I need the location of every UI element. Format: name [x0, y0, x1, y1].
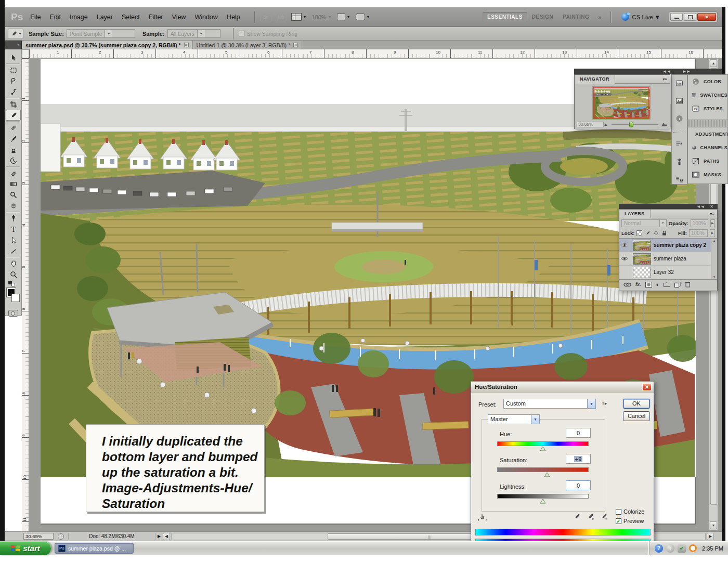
- lightness-slider-marker[interactable]: [540, 499, 546, 504]
- eyedropper-subtract-icon[interactable]: [600, 513, 608, 520]
- layer-thumb-cell[interactable]: [633, 240, 651, 251]
- safely-remove-tray-icon[interactable]: ✔: [678, 544, 686, 553]
- brush-tool[interactable]: [5, 133, 22, 144]
- document-tab-1[interactable]: Untitled-1 @ 30.3% (Layer 3, RGB/8) *×: [193, 41, 302, 49]
- eraser-tool[interactable]: [5, 167, 22, 178]
- new-layer-icon[interactable]: [674, 282, 681, 287]
- updates-tray-icon[interactable]: [689, 544, 697, 552]
- scroll-down-icon[interactable]: ▼: [713, 276, 716, 279]
- layer-name[interactable]: summer plaza: [654, 256, 686, 262]
- zoom-tool[interactable]: [5, 269, 22, 280]
- saturation-field[interactable]: +9: [566, 454, 591, 464]
- hand-tool[interactable]: [5, 258, 22, 269]
- start-button[interactable]: start: [0, 541, 51, 555]
- document-tab-0[interactable]: summer plaza.psd @ 30.7% (summer plaza c…: [22, 41, 193, 49]
- toolbar-collapse-button[interactable]: »: [5, 41, 22, 49]
- crop-tool[interactable]: [5, 99, 22, 110]
- status-zoom-field[interactable]: 30.69%: [23, 533, 54, 540]
- navigator-thumbnail[interactable]: [592, 86, 651, 120]
- tab-layers[interactable]: LAYERS: [619, 210, 651, 218]
- collapse-left-icon[interactable]: ◄◄: [662, 69, 671, 74]
- horizontal-ruler[interactable]: 12345678910111213141516: [29, 49, 722, 58]
- restore-button[interactable]: [684, 13, 696, 21]
- on-image-adjust-icon[interactable]: [477, 513, 487, 522]
- scroll-left-icon[interactable]: ◀: [163, 533, 170, 540]
- hue-field[interactable]: 0: [566, 428, 591, 438]
- layers-scrollbar[interactable]: ▲▼: [711, 239, 717, 279]
- slider-knob[interactable]: [629, 122, 633, 127]
- panel-button-adjustments[interactable]: ADJUSTMENTS: [688, 127, 727, 141]
- channel-dropdown[interactable]: Master ▼: [488, 414, 540, 424]
- opacity-field[interactable]: 100%: [691, 219, 708, 227]
- history-brush-tool[interactable]: [5, 155, 22, 166]
- workspace-painting[interactable]: PAINTING: [558, 12, 594, 22]
- scroll-up-icon[interactable]: ▲: [710, 59, 717, 67]
- workspace-design[interactable]: DESIGN: [527, 12, 558, 22]
- fill-field[interactable]: 100%: [689, 229, 708, 237]
- fill-spinner[interactable]: ▶: [710, 229, 715, 237]
- link-layers-icon[interactable]: [623, 282, 631, 287]
- lightness-field[interactable]: 0: [566, 480, 591, 490]
- menu-view[interactable]: View: [172, 14, 186, 21]
- lock-position-icon[interactable]: [653, 230, 659, 237]
- sample-dropdown[interactable]: All Layers ▼: [167, 29, 220, 38]
- panel-button-color[interactable]: COLOR: [688, 75, 727, 88]
- vertical-ruler[interactable]: 1234567891011: [22, 58, 29, 531]
- panel-button-swatches[interactable]: SWATCHES: [688, 88, 727, 102]
- collapse-right-icon[interactable]: ►►: [682, 69, 691, 74]
- layer-visibility-toggle[interactable]: [619, 252, 630, 265]
- clone-source-icon[interactable]: [675, 175, 684, 186]
- navigator-zoom-slider[interactable]: [612, 121, 658, 127]
- panel-button-styles[interactable]: fxSTYLES: [688, 102, 727, 115]
- preset-options-button[interactable]: ≡▾: [600, 400, 609, 408]
- close-icon[interactable]: ✕: [710, 204, 713, 209]
- preview-checkbox[interactable]: ✓ Preview: [616, 518, 644, 524]
- clone-stamp-tool[interactable]: [5, 144, 22, 155]
- tab-navigator[interactable]: NAVIGATOR: [575, 75, 615, 84]
- menu-window[interactable]: Window: [194, 14, 217, 21]
- mini-bridge-icon[interactable]: Mb: [675, 79, 684, 89]
- cs-live-button[interactable]: CS Live ▼: [621, 13, 660, 21]
- spot-healing-brush-tool[interactable]: [5, 122, 22, 133]
- add-mask-icon[interactable]: [645, 282, 652, 287]
- arrange-documents-button[interactable]: ▼: [291, 13, 307, 21]
- hue-slider-marker[interactable]: [540, 447, 546, 451]
- dialog-close-button[interactable]: ✕: [642, 383, 652, 391]
- opacity-spinner[interactable]: ▶: [710, 219, 715, 227]
- colorize-checkbox[interactable]: Colorize: [616, 508, 644, 515]
- sample-size-dropdown[interactable]: Point Sample ▼: [67, 29, 135, 38]
- background-color-swatch[interactable]: [11, 294, 20, 302]
- tab-close-icon[interactable]: ×: [293, 43, 298, 47]
- layer-row[interactable]: summer plaza: [619, 252, 717, 266]
- swap-colors-icon[interactable]: [5, 280, 22, 286]
- close-button[interactable]: ✕: [697, 13, 716, 21]
- hide-icons-tray-icon[interactable]: ‹: [666, 544, 674, 553]
- menu-layer[interactable]: Layer: [97, 14, 113, 21]
- adjustment-layer-icon[interactable]: ◐: [656, 281, 660, 287]
- navigator-proxy-view[interactable]: [593, 87, 649, 119]
- dialog-titlebar[interactable]: Hue/Saturation ✕: [471, 382, 654, 393]
- help-tray-icon[interactable]: ?: [655, 544, 663, 553]
- dodge-tool[interactable]: [5, 189, 22, 200]
- quick-mask-button[interactable]: [8, 310, 18, 317]
- taskbar-item-photoshop[interactable]: Ps summer plaza.psd @ ...: [55, 543, 134, 554]
- layer-style-icon[interactable]: fx.: [635, 282, 641, 287]
- rectangular-marquee-tool[interactable]: [5, 64, 22, 75]
- histogram-icon[interactable]: [675, 97, 684, 107]
- view-extras-button[interactable]: ▼: [337, 14, 350, 20]
- bridge-button[interactable]: Br: [260, 12, 271, 21]
- eyedropper-add-icon[interactable]: [587, 513, 594, 520]
- mini-bridge-button[interactable]: Mb: [276, 12, 287, 21]
- cancel-button[interactable]: Cancel: [623, 411, 650, 421]
- layer-row[interactable]: summer plaza copy 2: [619, 239, 717, 252]
- scroll-up-icon[interactable]: ▲: [713, 239, 716, 242]
- line-tool[interactable]: [5, 245, 22, 256]
- tool-presets-icon[interactable]: [675, 158, 684, 168]
- menu-image[interactable]: Image: [70, 14, 88, 21]
- eyedropper-tool[interactable]: [6, 110, 21, 121]
- layer-visibility-toggle[interactable]: [619, 266, 630, 279]
- layer-row[interactable]: Layer 32: [619, 266, 717, 279]
- workspace-essentials[interactable]: ESSENTIALS: [483, 12, 527, 22]
- scroll-down-icon[interactable]: ▼: [710, 521, 717, 529]
- horizontal-type-tool[interactable]: T: [5, 224, 22, 234]
